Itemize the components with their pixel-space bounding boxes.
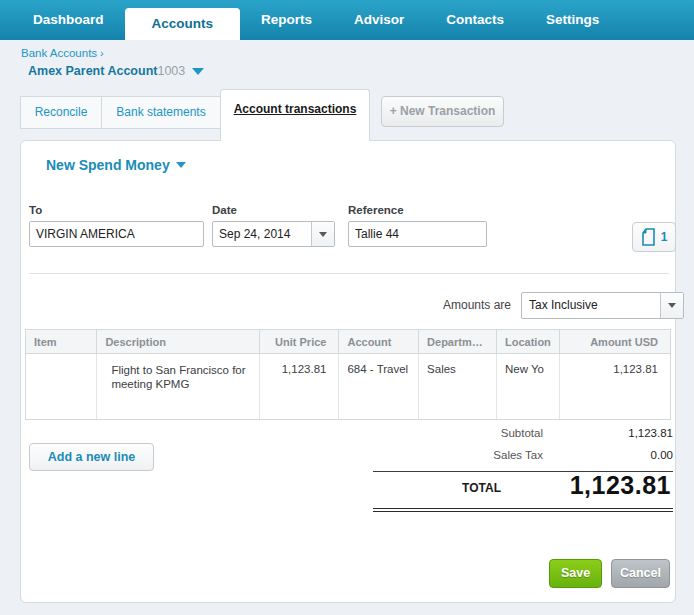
account-code: 1003	[157, 64, 185, 78]
form-divider	[29, 273, 669, 274]
caret-down-icon	[668, 303, 676, 308]
col-header-account: Account	[339, 330, 419, 354]
save-button[interactable]: Save	[549, 559, 602, 588]
sales-tax-label: Sales Tax	[393, 449, 543, 461]
transaction-type-label: New Spend Money	[46, 157, 170, 173]
bank-transaction-page: Dashboard Accounts Reports Advisor Conta…	[0, 0, 694, 615]
cancel-button[interactable]: Cancel	[611, 559, 670, 588]
col-header-unit-price: Unit Price	[259, 330, 339, 354]
amounts-are-select[interactable]: Tax Inclusive	[521, 292, 684, 319]
top-navigation: Dashboard Accounts Reports Advisor Conta…	[0, 0, 694, 40]
cell-account[interactable]: 684 - Travel	[339, 354, 419, 420]
date-input[interactable]	[213, 222, 311, 246]
subtotal-value: 1,123.81	[553, 427, 673, 439]
cell-location[interactable]: New Yo	[496, 354, 559, 420]
tab-account-transactions[interactable]: Account transactions	[220, 89, 370, 141]
amounts-are-value: Tax Inclusive	[522, 293, 660, 318]
cell-department[interactable]: Sales	[419, 354, 497, 420]
breadcrumb-link-bank-accounts[interactable]: Bank Accounts	[21, 47, 97, 59]
tab-reconcile[interactable]: Reconcile	[20, 96, 102, 129]
cell-item[interactable]	[26, 354, 97, 420]
col-header-item: Item	[26, 330, 97, 354]
total-double-rule	[373, 508, 673, 512]
sales-tax-value: 0.00	[553, 449, 673, 461]
transaction-type-caret-icon	[176, 162, 186, 168]
nav-item-contacts[interactable]: Contacts	[425, 0, 525, 40]
transaction-type-dropdown[interactable]: New Spend Money	[46, 157, 186, 173]
table-row: Flight to San Francisco for meeting KPMG…	[26, 354, 671, 420]
line-items-table: Item Description Unit Price Account Depa…	[25, 329, 671, 420]
col-header-amount: Amount USD	[559, 330, 670, 354]
date-dropdown-button[interactable]	[311, 222, 334, 246]
account-caret-down-icon[interactable]	[192, 68, 204, 75]
cell-unit-price[interactable]: 1,123.81	[259, 354, 339, 420]
tab-bank-statements[interactable]: Bank statements	[101, 96, 221, 129]
nav-item-reports[interactable]: Reports	[240, 0, 333, 40]
cell-amount[interactable]: 1,123.81	[559, 354, 670, 420]
cell-description[interactable]: Flight to San Francisco for meeting KPMG	[97, 354, 259, 420]
date-field	[212, 221, 335, 247]
reference-label: Reference	[348, 204, 404, 216]
table-header-row: Item Description Unit Price Account Depa…	[26, 330, 671, 354]
breadcrumb-separator: ›	[100, 47, 104, 59]
col-header-description: Description	[97, 330, 259, 354]
nav-item-advisor[interactable]: Advisor	[333, 0, 425, 40]
breadcrumb: Bank Accounts›	[21, 47, 104, 59]
col-header-department: Departm…	[419, 330, 497, 354]
add-new-line-button[interactable]: Add a new line	[29, 443, 154, 471]
to-input[interactable]	[29, 221, 204, 247]
to-label: To	[29, 204, 42, 216]
date-label: Date	[212, 204, 237, 216]
transaction-form-panel: New Spend Money To Date Reference 1 Amou…	[20, 140, 676, 603]
nav-item-dashboard[interactable]: Dashboard	[12, 0, 125, 40]
subtotal-label: Subtotal	[393, 427, 543, 439]
caret-down-icon	[319, 232, 327, 237]
col-header-location: Location	[496, 330, 559, 354]
select-arrow	[660, 293, 683, 318]
account-selector: Amex Parent Account1003	[28, 64, 204, 78]
new-transaction-button[interactable]: + New Transaction	[381, 96, 504, 127]
total-amount: 1,123.81	[471, 471, 671, 500]
attachments-button[interactable]: 1	[632, 222, 676, 252]
attachment-count: 1	[661, 230, 668, 244]
file-icon	[641, 228, 656, 246]
nav-item-accounts[interactable]: Accounts	[125, 8, 241, 40]
reference-input[interactable]	[348, 221, 487, 247]
nav-item-settings[interactable]: Settings	[525, 0, 620, 40]
account-name[interactable]: Amex Parent Account	[28, 64, 157, 78]
amounts-are-label: Amounts are	[401, 298, 511, 312]
